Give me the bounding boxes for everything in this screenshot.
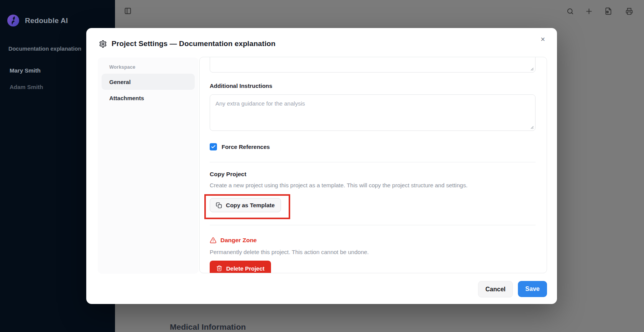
file-settings-icon[interactable] (605, 7, 612, 15)
dialog-header: Project Settings — Documentation explana… (99, 40, 276, 48)
divider (210, 162, 536, 162)
cancel-button[interactable]: Cancel (478, 281, 513, 297)
sidebar-item-patient[interactable]: Mary Smith (10, 67, 41, 74)
brand-name: Redouble AI (25, 17, 68, 25)
delete-project-button[interactable]: Delete Project (210, 261, 271, 273)
tab-attachments[interactable]: Attachments (102, 90, 195, 106)
gear-icon (99, 40, 107, 48)
divider (210, 225, 536, 225)
settings-nav: Workspace General Attachments (98, 58, 199, 274)
annotation-highlight-box: Copy as Template (204, 194, 290, 219)
close-icon[interactable]: × (537, 33, 549, 45)
tab-general[interactable]: General (102, 74, 195, 90)
danger-zone-description: Permanently delete this project. This ac… (210, 248, 536, 256)
additional-instructions-wrap (210, 94, 536, 131)
save-button[interactable]: Save (518, 281, 547, 297)
nav-group-label: Workspace (109, 64, 195, 70)
force-references-checkbox-row[interactable]: Force References (210, 143, 536, 150)
additional-instructions-label: Additional Instructions (210, 83, 536, 89)
redouble-logo-icon (7, 15, 19, 26)
settings-content-panel: Additional Instructions Force References… (199, 57, 547, 273)
checkbox-checked-icon[interactable] (210, 143, 217, 150)
project-settings-dialog: Project Settings — Documentation explana… (86, 28, 557, 304)
additional-instructions-textarea[interactable] (210, 94, 536, 131)
background-section-title: Medical Information (170, 322, 246, 332)
danger-zone-header: Danger Zone (210, 237, 536, 244)
delete-project-label: Delete Project (226, 265, 264, 272)
warning-triangle-icon (210, 237, 217, 244)
dialog-footer: Cancel Save (478, 281, 547, 297)
dialog-title: Project Settings — Documentation explana… (112, 40, 276, 48)
printer-icon[interactable] (626, 8, 633, 15)
search-icon[interactable] (567, 8, 574, 15)
plus-icon[interactable] (585, 8, 593, 15)
copy-as-template-button[interactable]: Copy as Template (210, 198, 281, 212)
danger-zone-title: Danger Zone (220, 237, 257, 244)
sidebar-item-patient[interactable]: Adam Smith (10, 84, 43, 90)
trash-icon (216, 265, 222, 271)
brand: Redouble AI (7, 15, 68, 26)
project-description-textarea[interactable] (210, 57, 536, 73)
copy-project-title: Copy Project (210, 171, 536, 178)
copy-as-template-label: Copy as Template (226, 202, 274, 208)
force-references-label: Force References (222, 144, 270, 150)
scrolled-textarea-wrap (210, 57, 536, 73)
panel-left-icon[interactable] (124, 7, 131, 15)
copy-icon (216, 202, 222, 208)
copy-project-description: Create a new project using this project … (210, 182, 536, 189)
